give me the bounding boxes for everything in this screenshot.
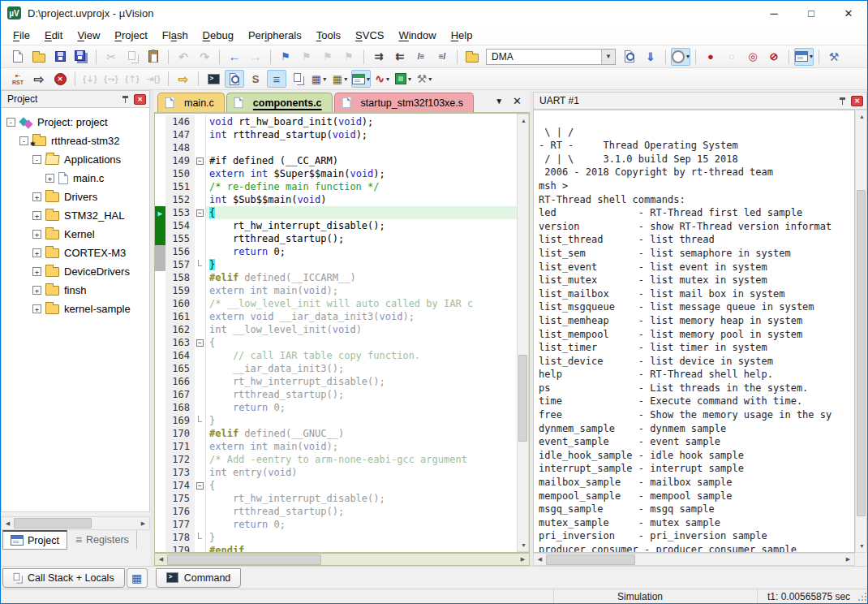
chevron-down-icon[interactable]: ▾ bbox=[386, 76, 389, 83]
tree-item-rtthread-stm32[interactable]: -rtthread-stm32 bbox=[2, 132, 149, 150]
menu-file[interactable]: File bbox=[6, 27, 37, 44]
indent-button[interactable]: ⇉ bbox=[369, 48, 389, 66]
scroll-up-icon[interactable]: ▲ bbox=[518, 114, 530, 127]
scroll-up-icon[interactable]: ▲ bbox=[856, 110, 868, 123]
expand-icon[interactable]: + bbox=[32, 192, 41, 201]
tree-item-devicedrivers[interactable]: +DeviceDrivers bbox=[2, 262, 149, 281]
resize-grip[interactable] bbox=[857, 591, 867, 602]
memory-window-button[interactable]: ▦ bbox=[127, 568, 148, 588]
new-file-button[interactable] bbox=[8, 48, 28, 66]
disable-all-breakpoints-button[interactable]: ◎ bbox=[743, 48, 763, 66]
menu-flash[interactable]: Flash bbox=[155, 27, 196, 44]
menu-tools[interactable]: Tools bbox=[309, 27, 348, 44]
chevron-down-icon[interactable]: ▾ bbox=[428, 76, 432, 83]
expand-icon[interactable]: + bbox=[45, 174, 54, 183]
maximize-button[interactable]: □ bbox=[793, 1, 830, 25]
navigate-forward-button[interactable]: → bbox=[246, 48, 265, 66]
run-to-cursor-button[interactable]: ⇥{} bbox=[144, 70, 163, 88]
editor-vscrollbar[interactable]: ▲ ▼ bbox=[517, 114, 529, 552]
paste-button[interactable] bbox=[144, 48, 163, 66]
tree-item-project-project[interactable]: -Project: project bbox=[2, 113, 149, 132]
toolbox-button[interactable]: ⚒▾ bbox=[415, 70, 434, 88]
scroll-right-icon[interactable]: ▶ bbox=[137, 517, 149, 529]
comment-button[interactable]: /≡ bbox=[411, 48, 431, 66]
copy-button[interactable] bbox=[122, 48, 142, 66]
close-button[interactable]: ✕ bbox=[830, 1, 867, 25]
expand-icon[interactable]: + bbox=[32, 267, 41, 276]
uart-terminal[interactable]: \ | /- RT - Thread Operating System / | … bbox=[533, 110, 855, 553]
close-panel-icon[interactable]: ✕ bbox=[851, 96, 863, 106]
tree-item-cortex-m3[interactable]: +CORTEX-M3 bbox=[2, 244, 149, 262]
panel-tab-registers[interactable]: ≡Registers bbox=[67, 530, 137, 550]
menu-svcs[interactable]: SVCS bbox=[348, 27, 391, 44]
command-tab[interactable]: > Command bbox=[156, 568, 242, 588]
expand-icon[interactable]: + bbox=[32, 286, 41, 295]
pin-icon[interactable] bbox=[121, 95, 130, 104]
chevron-down-icon[interactable]: ▾ bbox=[323, 76, 326, 83]
scroll-right-icon[interactable]: ▶ bbox=[517, 554, 529, 566]
scroll-thumb[interactable] bbox=[546, 554, 635, 565]
show-next-statement-button[interactable]: ⇨ bbox=[174, 70, 193, 88]
project-hscrollbar[interactable]: ◀ ▶ bbox=[1, 516, 150, 530]
expand-icon[interactable]: + bbox=[32, 230, 41, 239]
fold-open-icon[interactable]: − bbox=[195, 336, 206, 349]
scroll-down-icon[interactable]: ▼ bbox=[518, 539, 530, 551]
find-in-files-button[interactable] bbox=[620, 48, 639, 66]
watch-window-button[interactable]: ▦▾ bbox=[309, 70, 329, 88]
expand-icon[interactable]: + bbox=[32, 304, 41, 313]
save-all-button[interactable] bbox=[71, 48, 91, 66]
fold-close-icon[interactable] bbox=[195, 531, 206, 544]
tab-list-icon[interactable]: ▼ bbox=[495, 97, 503, 106]
menu-window[interactable]: Window bbox=[391, 27, 443, 44]
editor-tab-components-c[interactable]: components.c bbox=[226, 93, 333, 112]
cut-button[interactable]: ✂ bbox=[101, 48, 121, 66]
target-select[interactable]: DMA▼ bbox=[486, 49, 616, 65]
code-editor[interactable]: 146void rt_hw_board_init(void);147int rt… bbox=[154, 113, 530, 553]
call-stack-tab[interactable]: Call Stack + Locals bbox=[2, 568, 125, 588]
stop-button[interactable]: ✕ bbox=[50, 70, 70, 88]
collapse-icon[interactable]: - bbox=[6, 118, 15, 127]
uart-hscrollbar[interactable]: ◀ ▶ bbox=[533, 553, 855, 566]
unindent-button[interactable]: ⇇ bbox=[390, 48, 410, 66]
menu-help[interactable]: Help bbox=[444, 27, 480, 44]
scroll-thumb[interactable] bbox=[167, 554, 321, 565]
tree-item-applications[interactable]: -Applications bbox=[2, 150, 149, 169]
scroll-thumb[interactable] bbox=[518, 355, 527, 442]
fold-close-icon[interactable] bbox=[195, 414, 206, 427]
enable-breakpoint-button[interactable]: ○ bbox=[722, 48, 741, 66]
download-button[interactable]: ⇓ bbox=[641, 48, 660, 66]
next-bookmark-button[interactable]: ⚑ bbox=[318, 48, 337, 66]
scroll-right-icon[interactable]: ▶ bbox=[842, 554, 854, 566]
run-button[interactable]: ⇨ bbox=[29, 70, 49, 88]
close-panel-icon[interactable]: ✕ bbox=[134, 94, 146, 105]
panel-tab-project[interactable]: Project bbox=[2, 530, 67, 550]
serial-window-button[interactable]: ▾ bbox=[351, 70, 371, 88]
chevron-down-icon[interactable]: ▾ bbox=[344, 76, 347, 83]
registers-window-button[interactable]: ≡ bbox=[267, 70, 286, 88]
menu-edit[interactable]: Edit bbox=[37, 27, 70, 44]
menu-project[interactable]: Project bbox=[107, 27, 154, 44]
debug-session-button[interactable]: ▾ bbox=[671, 48, 690, 66]
save-button[interactable] bbox=[50, 48, 70, 66]
kill-all-breakpoints-button[interactable]: ⊘ bbox=[764, 48, 784, 66]
expand-icon[interactable]: + bbox=[32, 211, 41, 220]
step-button[interactable]: {⇣} bbox=[80, 70, 100, 88]
scroll-thumb[interactable] bbox=[14, 518, 92, 528]
collapse-icon[interactable]: - bbox=[19, 136, 28, 145]
chevron-down-icon[interactable]: ▾ bbox=[686, 53, 690, 60]
fold-close-icon[interactable] bbox=[195, 258, 206, 271]
expand-icon[interactable]: + bbox=[32, 248, 41, 257]
tree-item-kernel-sample[interactable]: +kernel-sample bbox=[2, 300, 149, 318]
scroll-left-icon[interactable]: ◀ bbox=[155, 554, 167, 566]
tree-item-main-c[interactable]: +main.c bbox=[2, 169, 149, 188]
navigate-back-button[interactable]: ← bbox=[225, 48, 244, 66]
fold-open-icon[interactable]: − bbox=[195, 154, 206, 167]
pin-icon[interactable] bbox=[838, 97, 847, 106]
load-application-button[interactable] bbox=[462, 48, 482, 66]
tree-item-finsh[interactable]: +finsh bbox=[2, 281, 149, 300]
editor-tab-main-c[interactable]: main.c bbox=[157, 93, 225, 112]
scroll-thumb[interactable] bbox=[857, 190, 866, 517]
uncomment-button[interactable]: ≡/ bbox=[432, 48, 452, 66]
configure-button[interactable]: ⚒ bbox=[824, 48, 844, 66]
insert-bookmark-button[interactable]: ⚑ bbox=[276, 48, 295, 66]
